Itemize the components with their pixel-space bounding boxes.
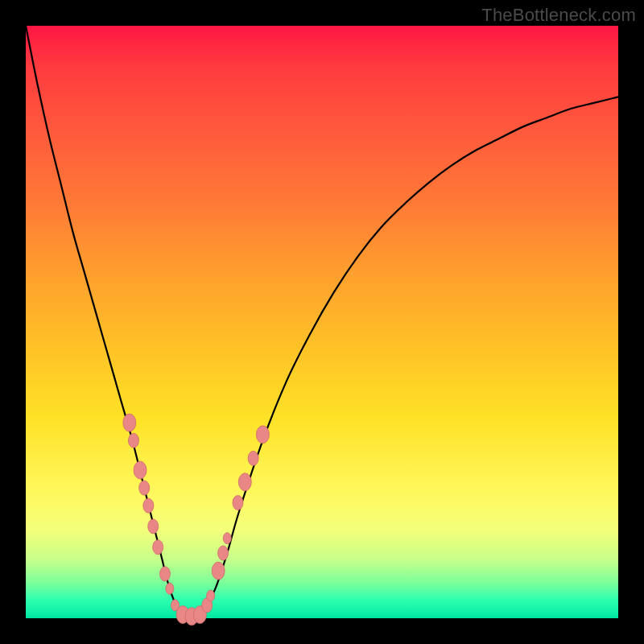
plot-area (26, 26, 618, 618)
curve-marker (233, 495, 243, 510)
curve-marker (128, 433, 138, 448)
curve-marker (153, 540, 163, 555)
curve-marker (159, 567, 170, 581)
curve-marker (166, 583, 174, 594)
curve-marker (238, 473, 251, 491)
curve-marker (134, 461, 147, 479)
curve-markers (123, 414, 270, 625)
curve-marker (218, 546, 229, 560)
curve-marker (139, 481, 150, 495)
curve-marker (148, 519, 159, 534)
watermark-text: TheBottleneck.com (481, 5, 636, 26)
curve-marker (143, 498, 154, 513)
curve-marker (207, 590, 215, 601)
bottleneck-curve (26, 26, 618, 619)
curve-marker (223, 533, 231, 544)
curve-marker (248, 451, 258, 465)
curve-marker (212, 562, 225, 580)
curve-marker (256, 426, 269, 444)
chart-svg (26, 26, 618, 618)
chart-stage: TheBottleneck.com (0, 0, 644, 644)
curve-marker (123, 414, 136, 431)
